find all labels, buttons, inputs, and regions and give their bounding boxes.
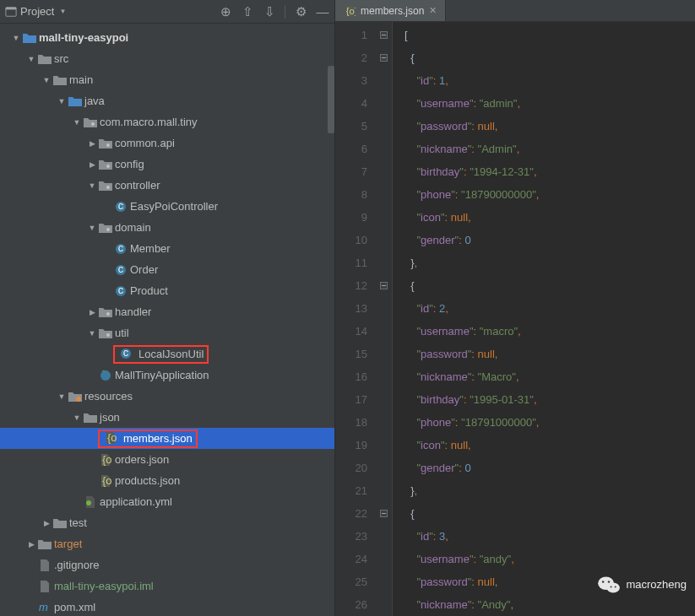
gear-icon[interactable]: ⚙ xyxy=(294,5,307,19)
chevron-down-icon[interactable]: ▼ xyxy=(56,392,68,401)
close-tab-icon[interactable]: ✕ xyxy=(429,5,437,16)
svg-point-32 xyxy=(611,586,612,587)
svg-text:{o}: {o} xyxy=(107,432,117,444)
tree-item[interactable]: {o}members.json xyxy=(0,428,334,449)
fold-marker[interactable] xyxy=(376,46,392,69)
tree-item[interactable]: cMember xyxy=(0,238,334,259)
fold-marker xyxy=(376,411,392,434)
tree-item[interactable]: ▶config xyxy=(0,154,334,175)
tree-item[interactable]: MallTinyApplication xyxy=(0,365,334,386)
line-number: 9 xyxy=(335,206,367,229)
chevron-down-icon[interactable]: ▼ xyxy=(71,413,83,422)
chevron-down-icon[interactable]: ▼ xyxy=(41,76,52,84)
fold-marker xyxy=(376,229,392,251)
scrollbar-thumb[interactable] xyxy=(328,66,334,133)
svg-point-31 xyxy=(608,581,611,583)
fold-marker[interactable] xyxy=(376,24,392,46)
tree-item[interactable]: ▼domain xyxy=(0,217,334,238)
tree-item-label: application.yml xyxy=(98,495,172,508)
chevron-right-icon[interactable]: ▶ xyxy=(25,540,37,548)
tree-item[interactable]: ▼src xyxy=(0,48,334,69)
chevron-down-icon[interactable]: ▼ xyxy=(71,118,83,127)
project-tree[interactable]: ▼mall-tiny-easypoi▼src▼main▼java▼com.mac… xyxy=(0,24,334,616)
chevron-right-icon[interactable]: ▶ xyxy=(86,160,98,169)
tree-item-label: util xyxy=(113,327,129,339)
svg-text:m: m xyxy=(39,602,48,613)
tree-item-label: domain xyxy=(113,221,151,234)
code-line: gender: 0 xyxy=(405,229,695,251)
chevron-down-icon[interactable]: ▼ xyxy=(86,329,98,338)
code-line: phone: "18791000000", xyxy=(405,411,695,434)
gutter-fold-column[interactable] xyxy=(376,22,393,616)
tree-item[interactable]: ▼resources xyxy=(0,386,334,407)
fold-marker xyxy=(376,297,392,320)
class-icon: c xyxy=(113,201,128,213)
tree-item[interactable]: cLocalJsonUtil xyxy=(0,343,334,365)
line-number: 4 xyxy=(335,92,367,115)
svg-text:c: c xyxy=(118,285,124,296)
tree-item[interactable]: ▼json xyxy=(0,407,334,428)
code-line: { xyxy=(405,46,695,69)
code-content[interactable]: [ { id: 1, username: "admin", password: … xyxy=(393,22,695,616)
chevron-down-icon[interactable]: ▼ xyxy=(56,97,68,105)
line-number: 24 xyxy=(335,548,367,570)
line-number: 22 xyxy=(335,502,367,525)
json-file-icon: {o} xyxy=(344,5,356,17)
tree-item[interactable]: cOrder xyxy=(0,259,334,280)
window-icon xyxy=(5,6,17,18)
chevron-right-icon[interactable]: ▶ xyxy=(86,308,98,316)
class-icon: c xyxy=(113,243,128,255)
chevron-right-icon[interactable]: ▶ xyxy=(41,519,52,527)
chevron-down-icon[interactable]: ▼ xyxy=(86,181,98,190)
tree-item[interactable]: cProduct xyxy=(0,280,334,301)
line-number: 1 xyxy=(335,24,367,46)
fold-marker xyxy=(376,343,392,365)
expand-all-button[interactable]: ⇧ xyxy=(241,5,254,19)
code-line: [ xyxy=(405,24,695,46)
editor-tab-members-json[interactable]: {o} members.json ✕ xyxy=(335,0,446,21)
watermark-text: macrozheng xyxy=(626,573,687,596)
line-number: 3 xyxy=(335,69,367,92)
tree-item[interactable]: ▼controller xyxy=(0,175,334,196)
collapse-all-button[interactable]: ⇩ xyxy=(263,5,276,19)
tree-item[interactable]: .gitignore xyxy=(0,554,334,575)
code-line: icon: null, xyxy=(405,206,695,229)
tree-item[interactable]: ▼java xyxy=(0,90,334,111)
svg-point-30 xyxy=(602,581,605,583)
tree-item[interactable]: {o}orders.json xyxy=(0,449,334,470)
tree-item[interactable]: ▶test xyxy=(0,512,334,533)
tree-item[interactable]: application.yml xyxy=(0,491,334,512)
line-number: 23 xyxy=(335,525,367,548)
svg-point-5 xyxy=(106,186,110,189)
tree-item[interactable]: ▼util xyxy=(0,322,334,343)
line-number: 13 xyxy=(335,297,367,320)
tree-item[interactable]: ▶common.api xyxy=(0,132,334,154)
fold-marker xyxy=(376,525,392,548)
pkg-icon xyxy=(98,327,113,339)
tree-item[interactable]: ▶handler xyxy=(0,301,334,322)
tree-item[interactable]: cEasyPoiController xyxy=(0,196,334,217)
fold-marker[interactable] xyxy=(376,502,392,525)
folder-blue-icon xyxy=(22,32,37,44)
chevron-down-icon[interactable]: ▼ xyxy=(86,224,98,232)
tree-item[interactable]: ▼mall-tiny-easypoi xyxy=(0,27,334,48)
tree-item[interactable]: ▶target xyxy=(0,533,334,554)
tree-item[interactable]: mall-tiny-easypoi.iml xyxy=(0,575,334,597)
pkg-icon xyxy=(98,180,113,192)
tree-item[interactable]: ▼main xyxy=(0,69,334,90)
chevron-right-icon[interactable]: ▶ xyxy=(86,139,98,148)
code-editor[interactable]: 1234567891011121314151617181920212223242… xyxy=(335,22,695,616)
tree-item[interactable]: mpom.xml xyxy=(0,597,334,616)
select-opened-file-button[interactable]: ⊕ xyxy=(219,5,232,19)
tree-item[interactable]: ▼com.macro.mall.tiny xyxy=(0,111,334,132)
fold-marker xyxy=(376,138,392,160)
code-line: birthday: "1995-01-31", xyxy=(405,388,695,411)
project-toolbar: Project ▼ ⊕ ⇧ ⇩ ⚙ — xyxy=(0,0,334,24)
chevron-down-icon[interactable]: ▼ xyxy=(10,34,22,42)
fold-marker[interactable] xyxy=(376,274,392,297)
project-title-dropdown[interactable]: Project ▼ xyxy=(5,5,66,18)
tree-item[interactable]: {o}products.json xyxy=(0,470,334,491)
hide-panel-button[interactable]: — xyxy=(316,5,329,19)
json-icon: {o} xyxy=(98,475,113,487)
chevron-down-icon[interactable]: ▼ xyxy=(25,55,37,63)
